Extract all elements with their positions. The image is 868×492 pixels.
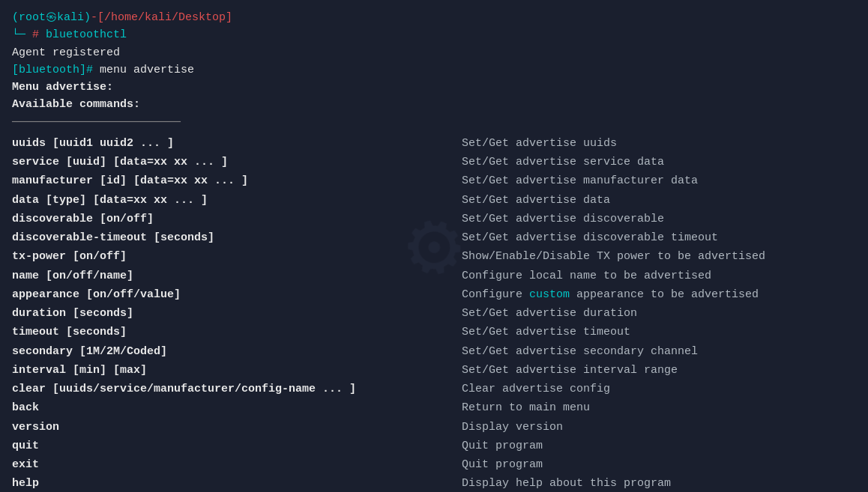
description-cell: Set/Get advertise discoverable [462,210,856,228]
table-row: quitQuit program [12,437,856,455]
description-cell: Quit program [462,437,856,455]
description-cell: Set/Get advertise interval range [462,361,856,380]
command-cell: quit [12,437,462,455]
command-cell: manufacturer [id] [data=xx xx ... ] [12,171,462,190]
table-row: exitQuit program [12,455,856,474]
table-row: timeout [seconds]Set/Get advertise timeo… [12,323,856,341]
table-row: secondary [1M/2M/Coded]Set/Get advertise… [12,342,856,361]
description-cell: Set/Get advertise service data [462,153,856,171]
terminal-content: (root㉿kali)-[/home/kali/Desktop] └─ # bl… [12,9,856,492]
description-cell: Show/Enable/Disable TX power to be adver… [462,247,856,266]
description-cell: Configure local name to be advertised [462,267,856,285]
description-cell: Return to main menu [462,398,856,417]
prompt-user: (root㉿kali) [12,9,91,26]
bluetooth-prompt: [bluetooth]# [12,61,93,79]
table-row: manufacturer [id] [data=xx xx ... ]Set/G… [12,171,856,190]
divider: ───────────────────────── [12,114,181,131]
command-cell: service [uuid] [data=xx xx ... ] [12,153,462,171]
table-row: discoverable-timeout [seconds]Set/Get ad… [12,228,856,247]
command1: bluetoothctl [46,26,127,43]
menu-title-line: Menu advertise: [12,79,856,96]
table-row: uuids [uuid1 uuid2 ... ]Set/Get advertis… [12,134,856,153]
agent-registered-text: Agent registered [12,44,120,61]
divider-line: ───────────────────────── [12,114,856,131]
description-cell: Set/Get advertise uuids [462,134,856,153]
command-cell: help [12,474,462,492]
description-cell: Set/Get advertise secondary channel [462,342,856,361]
command-cell: name [on/off/name] [12,267,462,285]
command2: menu advertise [100,61,194,79]
command-cell: interval [min] [max] [12,361,462,380]
table-row: clear [uuids/service/manufacturer/config… [12,380,856,398]
command-cell: uuids [uuid1 uuid2 ... ] [12,134,462,153]
command-cell: timeout [seconds] [12,323,462,341]
prompt-line-1: (root㉿kali)-[/home/kali/Desktop] [12,9,856,26]
terminal-window: ⚙ (root㉿kali)-[/home/kali/Desktop] └─ # … [0,0,868,492]
prompt-path: -[/home/kali/Desktop] [91,9,232,26]
table-row: interval [min] [max]Set/Get advertise in… [12,361,856,380]
table-row: service [uuid] [data=xx xx ... ]Set/Get … [12,153,856,171]
description-cell: Set/Get advertise timeout [462,323,856,341]
description-cell: Display help about this program [462,474,856,492]
available-commands: Available commands: [12,96,140,113]
table-row: duration [seconds]Set/Get advertise dura… [12,304,856,323]
table-row: helpDisplay help about this program [12,474,856,492]
commands-table: uuids [uuid1 uuid2 ... ]Set/Get advertis… [12,134,856,492]
command-cell: discoverable-timeout [seconds] [12,228,462,247]
command-cell: data [type] [data=xx xx ... ] [12,191,462,210]
description-cell: Display version [462,418,856,437]
prompt-hash: # [25,26,46,43]
menu-title: Menu advertise: [12,79,113,96]
description-cell: Set/Get advertise data [462,191,856,210]
command-cell: appearance [on/off/value] [12,285,462,304]
prompt-line-2: └─ # bluetoothctl [12,26,856,43]
command-cell: back [12,398,462,417]
description-cell: Quit program [462,455,856,474]
description-cell: Set/Get advertise duration [462,304,856,323]
prompt-symbol: └─ [12,26,25,43]
bluetooth-prompt-line: [bluetooth]# menu advertise [12,61,856,79]
command2-text [93,61,100,79]
command-cell: exit [12,455,462,474]
description-cell: Clear advertise config [462,380,856,398]
agent-registered-line: Agent registered [12,44,856,61]
description-cell: Set/Get advertise manufacturer data [462,171,856,190]
available-commands-line: Available commands: [12,96,856,113]
table-row: name [on/off/name]Configure local name t… [12,267,856,285]
table-row: versionDisplay version [12,418,856,437]
table-row: backReturn to main menu [12,398,856,417]
description-cell: Configure custom appearance to be advert… [462,285,856,304]
command-cell: version [12,418,462,437]
command-cell: duration [seconds] [12,304,462,323]
command-cell: tx-power [on/off] [12,247,462,266]
table-row: appearance [on/off/value]Configure custo… [12,285,856,304]
table-row: discoverable [on/off]Set/Get advertise d… [12,210,856,228]
description-cell: Set/Get advertise discoverable timeout [462,228,856,247]
command-cell: secondary [1M/2M/Coded] [12,342,462,361]
command-cell: discoverable [on/off] [12,210,462,228]
table-row: tx-power [on/off]Show/Enable/Disable TX … [12,247,856,266]
command-cell: clear [uuids/service/manufacturer/config… [12,380,462,398]
table-row: data [type] [data=xx xx ... ]Set/Get adv… [12,191,856,210]
